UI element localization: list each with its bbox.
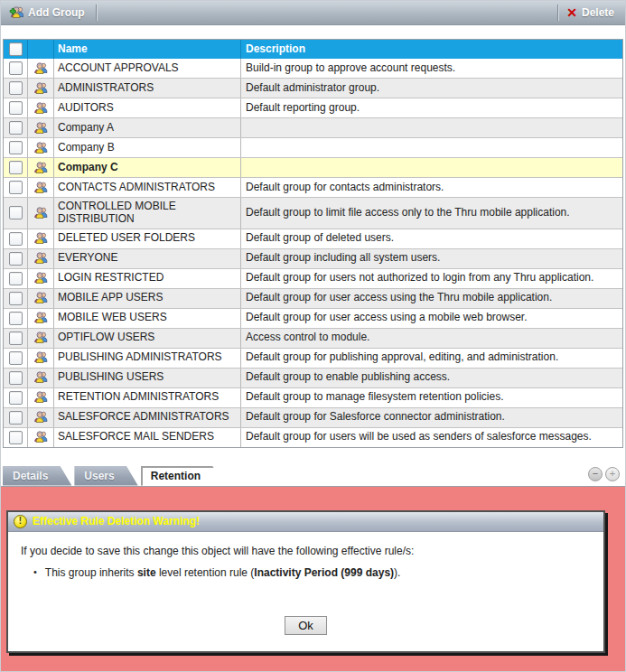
row-checkbox[interactable]	[9, 61, 23, 75]
table-row[interactable]: SALESFORCE MAIL SENDERS Default group fo…	[4, 427, 622, 447]
row-checkbox-cell	[4, 329, 28, 348]
toolbar: Add Group ✕ Delete	[1, 1, 625, 25]
row-checkbox[interactable]	[9, 312, 23, 325]
tab-details[interactable]: Details	[3, 466, 71, 486]
dialog-titlebar: ! Effective Rule Deletion Warning!	[8, 512, 603, 532]
row-checkbox[interactable]	[9, 431, 23, 444]
row-description: Access control to module.	[241, 329, 622, 348]
row-name[interactable]: SALESFORCE MAIL SENDERS	[54, 428, 241, 447]
row-checkbox[interactable]	[9, 391, 23, 405]
row-name[interactable]: PUBLISHING USERS	[54, 369, 241, 387]
table-row[interactable]: Company A	[4, 117, 622, 137]
group-users-icon	[33, 141, 49, 155]
row-name[interactable]: AUDITORS	[54, 98, 241, 117]
row-description: Default group for publishing approval, e…	[241, 349, 622, 368]
row-name[interactable]: MOBILE APP USERS	[54, 289, 241, 308]
row-checkbox[interactable]	[9, 351, 23, 365]
table-row[interactable]: ACCOUNT APPROVALS Build-in group to appr…	[4, 59, 622, 78]
minus-circle-icon[interactable]: −	[588, 467, 603, 481]
row-name[interactable]: CONTACTS ADMINISTRATORS	[54, 178, 241, 197]
group-users-icon	[33, 350, 49, 365]
group-users-icon	[33, 430, 49, 444]
table-row[interactable]: CONTACTS ADMINISTRATORS Default group fo…	[4, 177, 622, 197]
add-user-icon	[8, 5, 23, 20]
row-name[interactable]: Company C	[54, 158, 241, 177]
row-description: Default group for users not authorized t…	[241, 269, 622, 288]
row-checkbox[interactable]	[9, 206, 23, 219]
row-checkbox[interactable]	[9, 141, 23, 154]
group-users-icon	[33, 370, 49, 385]
ok-button[interactable]: Ok	[285, 616, 327, 635]
row-checkbox[interactable]	[9, 181, 23, 194]
row-name[interactable]: RETENTION ADMINISTRATORS	[54, 388, 241, 407]
plus-circle-icon[interactable]: +	[605, 467, 620, 481]
tab-users[interactable]: Users	[74, 466, 137, 486]
row-checkbox[interactable]	[9, 121, 23, 135]
table-row[interactable]: ADMINISTRATORS Default administrator gro…	[4, 78, 622, 98]
group-users-icon	[33, 251, 49, 266]
row-checkbox[interactable]	[9, 371, 23, 385]
row-name[interactable]: OPTIFLOW USERS	[54, 329, 241, 348]
group-users-icon	[33, 311, 49, 325]
group-users-icon	[33, 101, 49, 116]
spacer	[1, 25, 625, 39]
header-description[interactable]: Description	[241, 40, 622, 59]
table-row[interactable]: PUBLISHING ADMINISTRATORS Default group …	[4, 348, 622, 368]
row-checkbox-cell	[4, 249, 28, 268]
table-row[interactable]: DELETED USER FOLDERS Default group of de…	[4, 229, 622, 248]
table-row[interactable]: RETENTION ADMINISTRATORS Default group t…	[4, 387, 622, 407]
row-description: Default group of deleted users.	[241, 229, 622, 248]
row-checkbox[interactable]	[9, 331, 23, 345]
bullet-icon: •	[33, 566, 37, 579]
row-description	[241, 138, 622, 157]
delete-button[interactable]: ✕ Delete	[565, 5, 620, 21]
row-checkbox[interactable]	[9, 411, 23, 425]
table-row[interactable]: MOBILE WEB USERS Default group for user …	[4, 308, 622, 328]
table-row[interactable]: OPTIFLOW USERS Access control to module.	[4, 328, 622, 348]
table-header-row: Name Description	[4, 40, 622, 59]
row-name[interactable]: ADMINISTRATORS	[54, 79, 241, 98]
table-row[interactable]: Company C	[4, 157, 622, 177]
table-row[interactable]: PUBLISHING USERS Default group to enable…	[4, 368, 622, 387]
row-icon-cell	[28, 289, 54, 308]
row-description: Default reporting group.	[241, 98, 622, 117]
table-row[interactable]: MOBILE APP USERS Default group for user …	[4, 288, 622, 308]
table-row[interactable]: CONTROLLED MOBILE DISTRIBUTION Default g…	[4, 197, 622, 229]
add-group-button[interactable]: Add Group	[6, 4, 90, 22]
row-name[interactable]: MOBILE WEB USERS	[54, 309, 241, 328]
add-group-label: Add Group	[28, 6, 85, 19]
row-checkbox[interactable]	[9, 252, 23, 266]
row-name[interactable]: DELETED USER FOLDERS	[54, 229, 241, 248]
table-row[interactable]: Company B	[4, 137, 622, 157]
table-row[interactable]: LOGIN RESTRICTED Default group for users…	[4, 268, 622, 288]
group-users-icon	[33, 206, 49, 220]
row-icon-cell	[28, 428, 54, 447]
retention-panel: ! Effective Rule Deletion Warning! If yo…	[1, 486, 625, 671]
row-name[interactable]: PUBLISHING ADMINISTRATORS	[54, 349, 241, 368]
row-checkbox[interactable]	[9, 232, 23, 246]
row-checkbox[interactable]	[9, 161, 23, 174]
row-name[interactable]: Company A	[54, 118, 241, 137]
tab-retention[interactable]: Retention	[141, 466, 224, 486]
row-checkbox[interactable]	[9, 272, 23, 285]
row-checkbox-cell	[4, 59, 28, 78]
group-users-icon	[33, 161, 49, 175]
dialog-footer: Ok	[21, 611, 591, 644]
table-row[interactable]: SALESFORCE ADMINISTRATORS Default group …	[4, 407, 622, 427]
table-row[interactable]: EVERYONE Default group including all sys…	[4, 248, 622, 268]
row-name[interactable]: Company B	[54, 138, 241, 157]
select-all-checkbox[interactable]	[9, 42, 23, 56]
table-row[interactable]: AUDITORS Default reporting group.	[4, 98, 622, 117]
row-name[interactable]: CONTROLLED MOBILE DISTRIBUTION	[54, 198, 241, 229]
header-name[interactable]: Name	[54, 40, 241, 59]
group-users-icon	[33, 331, 49, 345]
row-name[interactable]: ACCOUNT APPROVALS	[54, 59, 241, 78]
row-checkbox[interactable]	[9, 101, 23, 115]
row-checkbox[interactable]	[9, 292, 23, 305]
row-name[interactable]: EVERYONE	[54, 249, 241, 268]
row-name[interactable]: SALESFORCE ADMINISTRATORS	[54, 408, 241, 427]
row-checkbox[interactable]	[9, 81, 23, 95]
row-checkbox-cell	[4, 79, 28, 98]
row-name[interactable]: LOGIN RESTRICTED	[54, 269, 241, 288]
row-description: Default administrator group.	[241, 79, 622, 98]
